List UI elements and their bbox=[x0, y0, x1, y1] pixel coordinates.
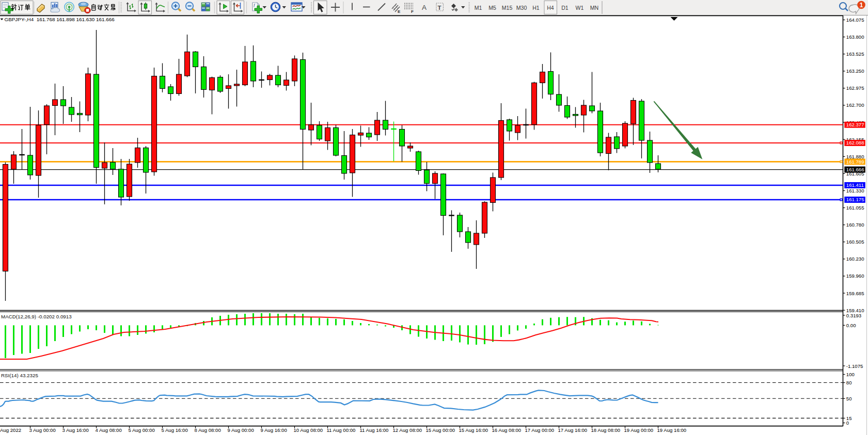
svg-text:15 Aug 16:00: 15 Aug 16:00 bbox=[459, 427, 488, 433]
svg-text:4 Aug 08:00: 4 Aug 08:00 bbox=[96, 427, 122, 433]
svg-text:160.780: 160.780 bbox=[846, 222, 864, 228]
svg-text:MACD(12,26,9) -0.0202 0.0913: MACD(12,26,9) -0.0202 0.0913 bbox=[1, 314, 72, 319]
svg-text:163.525: 163.525 bbox=[846, 51, 864, 57]
svg-text:11 Aug 16:00: 11 Aug 16:00 bbox=[360, 427, 389, 433]
svg-text:161.330: 161.330 bbox=[846, 188, 864, 194]
svg-text:17 Aug 00:00: 17 Aug 00:00 bbox=[525, 427, 555, 433]
svg-text:100: 100 bbox=[846, 372, 855, 377]
svg-text:163.800: 163.800 bbox=[846, 34, 864, 40]
svg-text:162.700: 162.700 bbox=[846, 102, 864, 108]
svg-text:5 Aug 00:00: 5 Aug 00:00 bbox=[129, 427, 155, 433]
svg-text:Aug 2022: Aug 2022 bbox=[0, 427, 21, 433]
svg-text:163.250: 163.250 bbox=[846, 68, 864, 74]
svg-text:11 Aug 00:00: 11 Aug 00:00 bbox=[327, 427, 356, 433]
svg-text:19 Aug 00:00: 19 Aug 00:00 bbox=[624, 427, 654, 433]
svg-text:8 Aug 08:00: 8 Aug 08:00 bbox=[195, 427, 221, 433]
svg-text:161.789: 161.789 bbox=[846, 159, 864, 165]
svg-text:GBPJPY-,H4 161.768 161.898 16: GBPJPY-,H4 161.768 161.898 161.630 161.6… bbox=[5, 17, 115, 22]
svg-text:-1.1075: -1.1075 bbox=[846, 363, 863, 369]
svg-text:16 Aug 08:00: 16 Aug 08:00 bbox=[492, 427, 522, 433]
svg-text:80: 80 bbox=[846, 380, 852, 385]
svg-text:9 Aug 00:00: 9 Aug 00:00 bbox=[228, 427, 254, 433]
svg-text:19 Aug 16:00: 19 Aug 16:00 bbox=[657, 427, 687, 433]
svg-text:161.055: 161.055 bbox=[846, 205, 864, 211]
svg-text:162.088: 162.088 bbox=[846, 140, 864, 146]
svg-text:12 Aug 08:00: 12 Aug 08:00 bbox=[393, 427, 422, 433]
svg-text:162.377: 162.377 bbox=[846, 122, 864, 127]
svg-text:5 Aug 16:00: 5 Aug 16:00 bbox=[162, 427, 188, 433]
svg-text:159.685: 159.685 bbox=[846, 291, 864, 296]
svg-text:10 Aug 08:00: 10 Aug 08:00 bbox=[294, 427, 323, 433]
svg-text:0: 0 bbox=[846, 420, 849, 426]
svg-text:160.505: 160.505 bbox=[846, 239, 864, 245]
svg-text:15 Aug 00:00: 15 Aug 00:00 bbox=[426, 427, 455, 433]
svg-text:162.975: 162.975 bbox=[846, 85, 864, 91]
svg-text:164.075: 164.075 bbox=[846, 17, 864, 23]
svg-text:18 Aug 08:00: 18 Aug 08:00 bbox=[591, 427, 621, 433]
svg-text:161.666: 161.666 bbox=[846, 167, 864, 172]
svg-text:0.3193: 0.3193 bbox=[846, 313, 861, 318]
svg-text:3 Aug 00:00: 3 Aug 00:00 bbox=[29, 427, 56, 433]
svg-text:161.411: 161.411 bbox=[846, 182, 864, 188]
svg-text:159.960: 159.960 bbox=[846, 273, 864, 279]
svg-text:RSI(14) 43.2325: RSI(14) 43.2325 bbox=[1, 373, 38, 378]
svg-text:160.230: 160.230 bbox=[846, 256, 864, 262]
svg-text:0.00: 0.00 bbox=[846, 323, 856, 328]
svg-text:17 Aug 16:00: 17 Aug 16:00 bbox=[558, 427, 588, 433]
svg-text:9 Aug 16:00: 9 Aug 16:00 bbox=[261, 427, 287, 433]
svg-text:161.175: 161.175 bbox=[846, 197, 864, 202]
svg-text:50: 50 bbox=[846, 396, 852, 401]
svg-text:3 Aug 16:00: 3 Aug 16:00 bbox=[62, 427, 89, 433]
